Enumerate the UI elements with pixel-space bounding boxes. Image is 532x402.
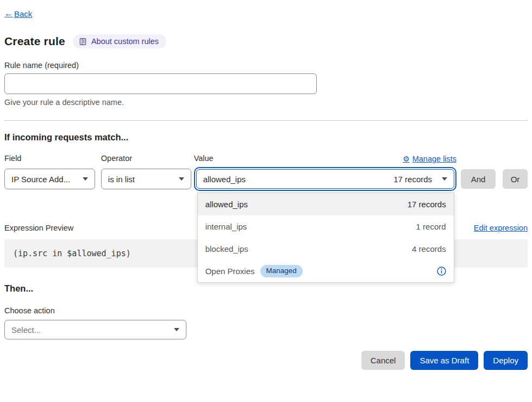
value-header: Value ⚙ Manage lists (194, 154, 456, 164)
lists-dropdown-menu: allowed_ips 17 records internal_ips 1 re… (197, 193, 454, 283)
field-select[interactable]: IP Source Add... (4, 169, 95, 189)
rule-name-helper: Give your rule a descriptive name. (4, 98, 528, 107)
list-option-blocked-ips[interactable]: blocked_ips 4 records (198, 238, 454, 260)
expression-code-text: (ip.src in $allowed_ips) (13, 249, 131, 258)
list-option-name: allowed_ips (205, 200, 248, 209)
field-column: Field IP Source Add... (4, 154, 95, 189)
or-button[interactable]: Or (503, 169, 528, 189)
gear-icon: ⚙ (403, 155, 410, 163)
chevron-down-icon (174, 328, 179, 331)
list-option-name: blocked_ips (205, 244, 248, 253)
match-condition-row: Field IP Source Add... Operator is in li… (4, 154, 528, 191)
back-arrow-icon: ← (4, 9, 13, 18)
cancel-button[interactable]: Cancel (361, 351, 405, 370)
about-custom-rules-link[interactable]: About custom rules (73, 34, 166, 48)
value-select[interactable]: allowed_ips 17 records (196, 169, 454, 189)
operator-column: Operator is in list (101, 154, 191, 189)
field-label: Field (4, 154, 95, 164)
then-heading: Then... (4, 283, 528, 294)
list-option-record-count: 4 records (412, 244, 446, 253)
info-icon[interactable] (437, 267, 446, 276)
list-option-name: Open Proxies (205, 267, 255, 276)
managed-badge: Managed (260, 265, 303, 277)
back-link[interactable]: ←Back (4, 9, 32, 18)
value-select-record-count: 17 records (393, 175, 432, 184)
manage-lists-label: Manage lists (412, 154, 456, 163)
footer-actions: Cancel Save as Draft Deploy (4, 351, 528, 370)
section-divider (4, 120, 528, 121)
chevron-down-icon (179, 177, 184, 181)
list-option-record-count: 17 records (408, 200, 446, 209)
manage-lists-link[interactable]: ⚙ Manage lists (403, 154, 456, 163)
value-label: Value (194, 154, 214, 164)
title-row: Create rule About custom rules (4, 34, 528, 48)
chevron-down-icon (442, 177, 447, 181)
edit-expression-link[interactable]: Edit expression (474, 224, 528, 232)
list-option-allowed-ips[interactable]: allowed_ips 17 records (198, 193, 454, 215)
operator-select-value: is in list (108, 175, 174, 184)
book-icon (79, 38, 87, 46)
chevron-down-icon (83, 177, 88, 181)
expression-preview-label: Expression Preview (4, 224, 73, 232)
back-link-label: Back (14, 9, 32, 18)
create-rule-page: ←Back Create rule About custom rules Rul… (0, 0, 532, 402)
action-select-placeholder: Select... (11, 325, 170, 335)
value-column: Value ⚙ Manage lists allowed_ips 17 reco… (194, 154, 456, 191)
page-title: Create rule (4, 35, 65, 48)
rule-name-label: Rule name (required) (4, 61, 528, 70)
deploy-button[interactable]: Deploy (484, 351, 528, 370)
field-select-value: IP Source Add... (11, 175, 78, 184)
about-badge-label: About custom rules (91, 37, 159, 46)
list-option-internal-ips[interactable]: internal_ips 1 record (198, 215, 454, 238)
list-option-open-proxies[interactable]: Open Proxies Managed (198, 260, 454, 282)
list-option-record-count: 1 record (416, 222, 446, 231)
value-select-focus-ring: allowed_ips 17 records allowed_ips 17 re… (194, 167, 456, 191)
operator-select[interactable]: is in list (101, 169, 191, 189)
operator-label: Operator (101, 154, 191, 164)
save-as-draft-button[interactable]: Save as Draft (410, 351, 478, 370)
action-select[interactable]: Select... (4, 320, 186, 339)
rule-name-input[interactable] (4, 73, 317, 94)
choose-action-label: Choose action (4, 306, 528, 315)
match-heading: If incoming requests match... (4, 132, 528, 143)
list-option-name: internal_ips (205, 222, 247, 231)
and-button[interactable]: And (461, 169, 496, 189)
value-select-selected: allowed_ips (203, 175, 246, 184)
